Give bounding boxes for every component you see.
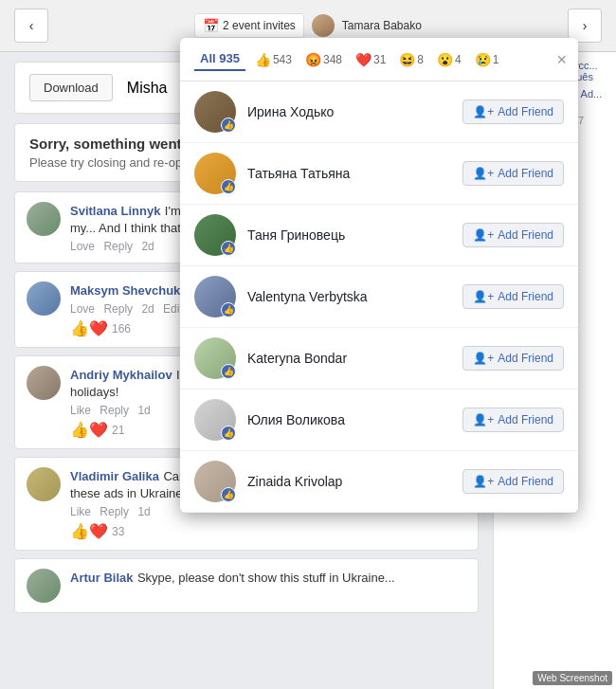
- person-avatar: 👍: [194, 153, 236, 194]
- reaction-badge: 👍: [221, 426, 236, 441]
- add-friend-icon: 👤+: [473, 105, 494, 118]
- person-avatar: 👍: [194, 91, 236, 133]
- reply-action[interactable]: Reply: [103, 240, 133, 253]
- person-avatar: 👍: [194, 214, 236, 256]
- tab-sad[interactable]: 😢 1: [471, 48, 503, 71]
- avatar: [27, 366, 61, 400]
- back-button[interactable]: ‹: [14, 9, 48, 43]
- add-friend-icon: 👤+: [473, 290, 494, 303]
- tab-all[interactable]: All 935: [194, 47, 245, 71]
- add-friend-button[interactable]: 👤+ Add Friend: [462, 469, 564, 494]
- like-emoji: 👍: [255, 52, 271, 67]
- love-emoji: ❤️: [355, 52, 371, 67]
- tab-angry[interactable]: 😡 348: [301, 48, 346, 71]
- reaction-emoji: 👍❤️: [70, 421, 108, 439]
- tab-like[interactable]: 👍 543: [251, 48, 296, 71]
- add-friend-button[interactable]: 👤+ Add Friend: [462, 346, 564, 371]
- reply-action[interactable]: Reply: [100, 404, 129, 417]
- add-friend-icon: 👤+: [473, 228, 494, 242]
- like-count: 543: [273, 53, 292, 66]
- list-item: 👍 Zinaida Krivolap 👤+ Add Friend: [180, 451, 578, 513]
- event-invites[interactable]: 📅 2 event invites: [194, 13, 304, 38]
- person-name: Kateryna Bondar: [247, 351, 462, 366]
- tab-haha[interactable]: 😆 8: [395, 48, 427, 71]
- reaction-badge: 👍: [221, 241, 236, 256]
- reply-action[interactable]: Reply: [103, 302, 133, 316]
- person-avatar: 👍: [194, 337, 236, 379]
- comment-author[interactable]: Svitlana Linnyk: [70, 204, 160, 218]
- event-person-name: Tamara Babako: [342, 19, 422, 32]
- person-name: Valentyna Verbytska: [247, 289, 462, 304]
- avatar: [27, 467, 61, 501]
- person-avatar: 👍: [194, 399, 236, 441]
- sad-emoji: 😢: [475, 52, 491, 67]
- comment-text: Skype, please don't show this stuff in U…: [137, 571, 395, 585]
- love-count: 31: [373, 53, 386, 66]
- top-nav-right: 📅 2 event invites Tamara Babako: [194, 13, 422, 38]
- modal-close-button[interactable]: ×: [556, 51, 567, 68]
- download-button[interactable]: Download: [29, 74, 113, 101]
- wow-emoji: 😮: [437, 52, 453, 67]
- watermark: Web Screenshot: [533, 671, 612, 685]
- avatar: [27, 569, 61, 603]
- tab-love[interactable]: ❤️ 31: [352, 48, 390, 71]
- sad-count: 1: [493, 53, 499, 66]
- person-avatar: 👍: [194, 276, 236, 317]
- add-friend-button[interactable]: 👤+ Add Friend: [462, 161, 564, 186]
- avatar: [27, 202, 61, 236]
- reaction-badge: 👍: [221, 179, 236, 194]
- add-friend-button[interactable]: 👤+ Add Friend: [462, 408, 564, 432]
- list-item: 👍 Татьяна Татьяна 👤+ Add Friend: [180, 143, 578, 205]
- list-item: 👍 Valentyna Verbytska 👤+ Add Friend: [180, 266, 578, 328]
- reaction-count: 166: [112, 322, 131, 335]
- modal-people-list: 👍 Ирина Ходько 👤+ Add Friend 👍 Татьяна Т…: [180, 82, 578, 513]
- reaction-count: 21: [112, 424, 124, 437]
- add-friend-button[interactable]: 👤+ Add Friend: [462, 223, 564, 247]
- comment-time: 1d: [137, 505, 150, 518]
- reaction-badge: 👍: [221, 302, 236, 317]
- event-invites-label: 2 event invites: [223, 19, 296, 32]
- reaction-badge: 👍: [221, 118, 236, 133]
- angry-emoji: 😡: [305, 52, 321, 67]
- add-friend-button[interactable]: 👤+ Add Friend: [462, 284, 564, 309]
- haha-count: 8: [417, 53, 424, 66]
- list-item: 👍 Kateryna Bondar 👤+ Add Friend: [180, 328, 578, 390]
- love-action[interactable]: Love: [70, 240, 95, 253]
- comment-time: 1d: [137, 404, 150, 417]
- comment-author[interactable]: Vladimir Galika: [70, 469, 159, 483]
- comment-author[interactable]: Maksym Shevchuk: [70, 283, 180, 298]
- reaction-emoji: 👍❤️: [70, 319, 108, 337]
- add-friend-button[interactable]: 👤+ Add Friend: [462, 100, 564, 124]
- reply-action[interactable]: Reply: [100, 505, 129, 518]
- list-item: 👍 Таня Гриновець 👤+ Add Friend: [180, 205, 578, 266]
- person-name: Юлия Воликова: [247, 412, 462, 427]
- angry-count: 348: [323, 53, 342, 66]
- love-action[interactable]: Love: [70, 302, 95, 316]
- haha-emoji: 😆: [399, 52, 415, 67]
- modal-header: All 935 👍 543 😡 348 ❤️ 31 😆 8 😮 4 😢 1 ×: [180, 38, 578, 82]
- comment-author[interactable]: Andriy Mykhailov: [70, 368, 172, 382]
- person-name: Таня Гриновець: [247, 227, 462, 243]
- tab-wow[interactable]: 😮 4: [433, 48, 465, 71]
- person-name: Татьяна Татьяна: [247, 166, 462, 181]
- add-friend-icon: 👤+: [473, 475, 494, 488]
- person-name: Zinaida Krivolap: [247, 474, 462, 489]
- calendar-icon: 📅: [203, 18, 219, 33]
- ad-link[interactable]: Ad...: [581, 88, 603, 100]
- comment-author[interactable]: Artur Bilak: [70, 571, 133, 585]
- like-action[interactable]: Like: [70, 505, 91, 518]
- misha-label: Misha: [127, 80, 168, 97]
- list-item: 👍 Юлия Воликова 👤+ Add Friend: [180, 390, 578, 451]
- list-item: 👍 Ирина Ходько 👤+ Add Friend: [180, 82, 578, 143]
- comment-item: Artur Bilak Skype, please don't show thi…: [14, 558, 479, 613]
- add-friend-icon: 👤+: [473, 352, 494, 365]
- avatar: [27, 281, 61, 316]
- avatar: [312, 14, 335, 37]
- wow-count: 4: [455, 53, 462, 66]
- person-avatar: 👍: [194, 461, 236, 502]
- reactions-modal: All 935 👍 543 😡 348 ❤️ 31 😆 8 😮 4 😢 1 ×: [180, 38, 578, 513]
- reaction-badge: 👍: [221, 487, 236, 502]
- like-action[interactable]: Like: [70, 404, 91, 417]
- reaction-count: 33: [112, 525, 124, 538]
- reaction-badge: 👍: [221, 364, 236, 379]
